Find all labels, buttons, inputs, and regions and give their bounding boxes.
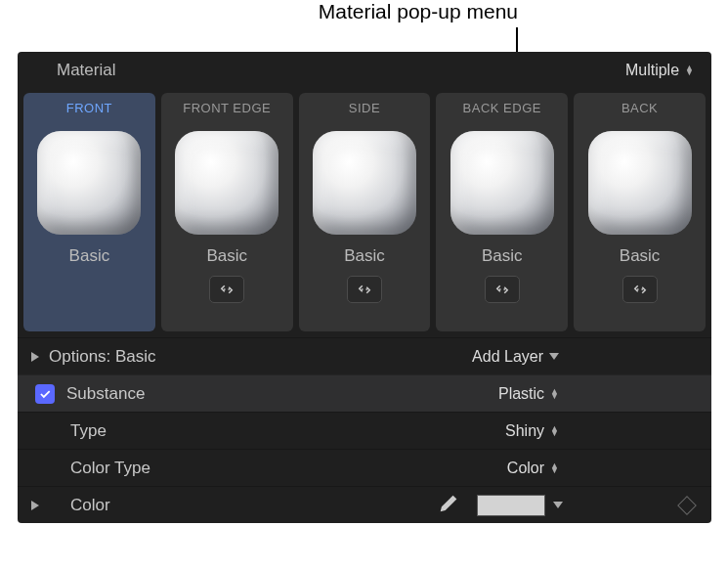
substance-checkbox[interactable] <box>35 384 55 404</box>
material-preview-icon <box>588 131 692 235</box>
facet-material-name: Basic <box>69 246 110 266</box>
type-value: Shiny <box>505 422 544 440</box>
row-color-type: Color Type Color ▲▼ <box>18 449 711 486</box>
substance-value: Plastic <box>498 385 544 403</box>
substance-popup[interactable]: Plastic ▲▼ <box>498 385 559 403</box>
add-layer-menu[interactable]: Add Layer <box>472 348 559 366</box>
facet-back-edge[interactable]: Back Edge Basic <box>436 93 568 331</box>
facet-material-name: Basic <box>344 246 385 266</box>
unlink-button[interactable] <box>209 276 244 303</box>
row-options: Options: Basic Add Layer <box>18 337 711 374</box>
chevron-down-icon <box>553 502 563 508</box>
row-color: Color <box>18 486 711 523</box>
popup-caret-icon: ▲▼ <box>550 463 559 473</box>
callout-label: Material pop-up menu <box>244 0 518 23</box>
disclosure-triangle-icon[interactable] <box>31 352 39 362</box>
unlink-button[interactable] <box>485 276 520 303</box>
material-preview-icon <box>175 131 278 235</box>
facet-label-top: Side <box>349 101 380 115</box>
substance-label: Substance <box>66 384 498 404</box>
facet-label-top: Back <box>621 101 658 115</box>
options-label: Options: Basic <box>49 347 472 367</box>
material-facets-row: Front Basic Front Edge Basic Side Basic … <box>18 89 711 337</box>
facet-label-top: Back Edge <box>463 101 541 115</box>
add-layer-label: Add Layer <box>472 348 543 366</box>
facet-front[interactable]: Front Basic <box>23 93 155 331</box>
popup-caret-icon: ▲▼ <box>550 389 559 399</box>
keyframe-diamond-icon[interactable] <box>677 496 697 515</box>
material-preview-icon <box>313 131 416 235</box>
color-controls <box>438 493 563 518</box>
material-popup-menu[interactable]: Multiple ▲▼ <box>625 62 694 79</box>
panel-title: Material <box>57 61 115 80</box>
material-preview-icon <box>37 131 141 235</box>
material-preview-icon <box>450 131 554 235</box>
material-popup-value: Multiple <box>625 62 679 79</box>
panel-header: Material Multiple ▲▼ <box>18 52 711 89</box>
colortype-value: Color <box>507 460 544 477</box>
facet-material-name: Basic <box>206 246 247 266</box>
unlink-button[interactable] <box>347 276 382 303</box>
color-label: Color <box>70 496 438 515</box>
type-popup[interactable]: Shiny ▲▼ <box>505 422 559 440</box>
facet-material-name: Basic <box>482 246 523 266</box>
color-swatch <box>477 495 545 516</box>
colortype-popup[interactable]: Color ▲▼ <box>507 460 559 477</box>
type-label: Type <box>70 421 505 441</box>
facet-front-edge[interactable]: Front Edge Basic <box>161 93 293 331</box>
disclosure-triangle-icon[interactable] <box>31 501 39 510</box>
eyedropper-icon[interactable] <box>438 493 459 518</box>
facet-material-name: Basic <box>620 246 661 266</box>
color-well[interactable] <box>477 495 563 516</box>
facet-side[interactable]: Side Basic <box>299 93 431 331</box>
unlink-button[interactable] <box>622 276 658 303</box>
popup-caret-icon: ▲▼ <box>550 426 559 436</box>
facet-back[interactable]: Back Basic <box>574 93 706 331</box>
row-type: Type Shiny ▲▼ <box>18 412 711 449</box>
row-substance: Substance Plastic ▲▼ <box>18 374 711 412</box>
popup-caret-icon: ▲▼ <box>685 66 694 75</box>
chevron-down-icon <box>549 353 559 360</box>
colortype-label: Color Type <box>70 459 507 478</box>
material-panel: Material Multiple ▲▼ Front Basic Front E… <box>18 52 711 523</box>
facet-label-top: Front <box>66 101 112 115</box>
facet-label-top: Front Edge <box>183 101 271 115</box>
